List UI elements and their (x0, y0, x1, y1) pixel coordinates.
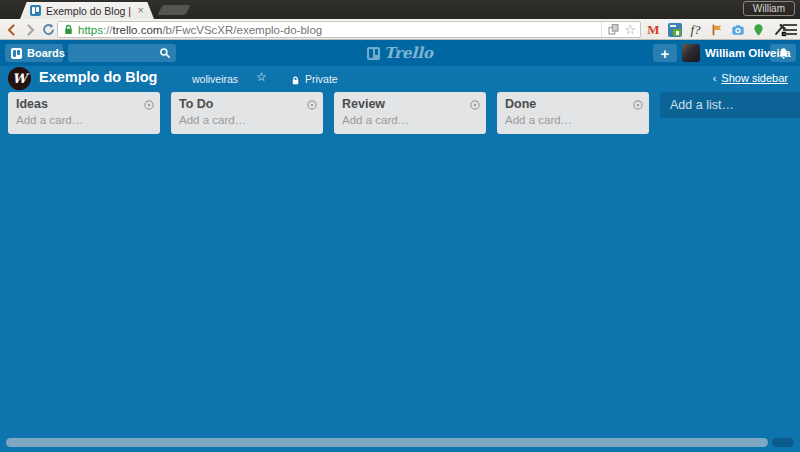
search-icon (159, 47, 171, 59)
address-bar[interactable]: https://trello.com/b/FwcVScXR/exemplo-do… (57, 21, 641, 38)
trello-logo-icon (367, 47, 380, 60)
org-avatar[interactable]: W (8, 67, 31, 90)
boards-icon (11, 48, 22, 59)
https-lock-icon (62, 23, 75, 36)
list-menu-icon[interactable] (306, 97, 318, 109)
forward-button[interactable] (22, 22, 38, 37)
list-title[interactable]: Done (505, 97, 641, 111)
add-card-link[interactable]: Add a card… (179, 114, 246, 126)
profile-name-button[interactable]: William (743, 1, 795, 16)
chevron-left-icon: ‹ (713, 72, 717, 84)
browser-toolbar: https://trello.com/b/FwcVScXR/exemplo-do… (0, 19, 800, 40)
browser-window: Exemplo do Blog | Tr × William https://t… (0, 0, 800, 452)
reload-icon (42, 23, 55, 36)
extensions-row: M f? (646, 22, 787, 37)
show-sidebar-link[interactable]: ‹ Show sidebar (713, 72, 788, 84)
list-menu-icon[interactable] (143, 97, 155, 109)
add-card-link[interactable]: Add a card… (16, 114, 83, 126)
trello-favicon-icon (30, 5, 41, 16)
new-tab-button[interactable] (157, 5, 190, 15)
font-question-extension-icon[interactable]: f? (688, 22, 703, 37)
add-card-link[interactable]: Add a card… (505, 114, 572, 126)
add-board-button[interactable]: + (653, 44, 677, 62)
notifications-button[interactable] (770, 44, 796, 62)
bell-icon (777, 47, 790, 60)
reload-button[interactable] (40, 22, 56, 37)
omnibox-actions: ☆ (601, 22, 636, 37)
add-card-link[interactable]: Add a card… (342, 114, 409, 126)
camera-extension-icon[interactable] (730, 22, 745, 37)
search-input[interactable] (68, 44, 176, 62)
board-header: W Exemplo do Blog woliveiras ☆ Private ‹… (0, 66, 800, 92)
list-todo: To Do Add a card… (171, 92, 323, 134)
map-pin-extension-icon[interactable] (751, 22, 766, 37)
forward-icon (24, 24, 36, 36)
add-list-button[interactable]: Add a list… (660, 92, 800, 118)
url-text: https://trello.com/b/FwcVScXR/exemplo-do… (78, 24, 322, 36)
user-avatar[interactable] (682, 44, 700, 62)
list-title[interactable]: To Do (179, 97, 315, 111)
tab-title: Exemplo do Blog | Tr (46, 5, 131, 17)
chrome-menu-icon[interactable] (783, 24, 797, 35)
list-ideas: Ideas Add a card… (8, 92, 160, 134)
scrollbar-track-end (772, 438, 794, 447)
privacy-lock-icon (290, 72, 301, 90)
board-star-icon[interactable]: ☆ (256, 70, 267, 84)
back-button[interactable] (4, 22, 20, 37)
list-title[interactable]: Review (342, 97, 478, 111)
browser-tab[interactable]: Exemplo do Blog | Tr × (20, 2, 154, 19)
flag-extension-icon[interactable] (709, 22, 724, 37)
titlebar: Exemplo do Blog | Tr × William (0, 0, 800, 19)
tab-close-icon[interactable]: × (138, 5, 144, 16)
list-menu-icon[interactable] (632, 97, 644, 109)
trello-header: Trello Boards + William Oliveira (0, 40, 800, 66)
url-scheme: https (78, 24, 103, 36)
deck-extension-icon[interactable] (667, 22, 682, 37)
boards-label: Boards (27, 47, 65, 59)
boards-button[interactable]: Boards (5, 44, 63, 62)
board-title[interactable]: Exemplo do Blog (39, 69, 157, 85)
privacy-label[interactable]: Private (305, 73, 338, 85)
list-review: Review Add a card… (334, 92, 486, 134)
list-title[interactable]: Ideas (16, 97, 152, 111)
page-action-icon[interactable] (607, 23, 620, 36)
horizontal-scrollbar (0, 438, 800, 447)
gmail-extension-icon[interactable]: M (646, 22, 661, 37)
board-owner[interactable]: woliveiras (192, 73, 238, 85)
back-icon (6, 24, 18, 36)
list-done: Done Add a card… (497, 92, 649, 134)
scrollbar-thumb[interactable] (6, 438, 768, 447)
list-menu-icon[interactable] (469, 97, 481, 109)
bookmark-star-icon[interactable]: ☆ (624, 23, 636, 36)
